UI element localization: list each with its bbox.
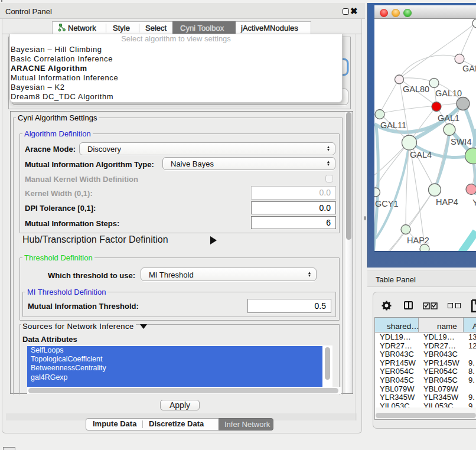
svg-text:GAL10: GAL10: [435, 89, 462, 98]
svg-text:SWI4: SWI4: [451, 137, 471, 146]
svg-text:GCY1: GCY1: [375, 199, 399, 208]
svg-text:GAL4: GAL4: [410, 150, 432, 159]
svg-text:GAL11: GAL11: [380, 120, 406, 130]
svg-text:GAL1: GAL1: [438, 113, 459, 123]
svg-text:HAP4: HAP4: [436, 197, 458, 207]
svg-text:GAL7: GAL7: [462, 64, 476, 73]
svg-text:GAL80: GAL80: [403, 84, 429, 94]
svg-text:HAP2: HAP2: [407, 236, 429, 245]
svg-text:Y: Y: [472, 198, 476, 207]
